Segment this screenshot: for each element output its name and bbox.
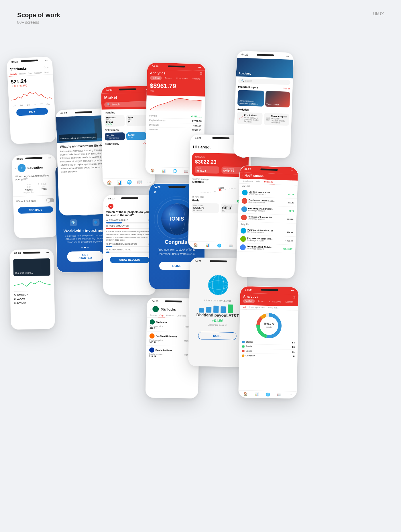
svg-point-13 <box>219 189 221 191</box>
phone-academy: 04:20▪▪▪ Academy 🔍 Search Important topi… <box>233 51 294 159</box>
education-screen: 04:20▪▪▪ ‹ E Education When do you want … <box>12 154 58 238</box>
svg-text:$8961.79: $8961.79 <box>264 322 274 325</box>
svg-rect-22 <box>213 306 219 313</box>
stock-chart <box>8 87 54 103</box>
analytics2-screen: 04:20▪▪▪ Analytics ⊞ Portfolio Assets Co… <box>239 286 299 398</box>
starbucks-screen: 04:20 ▪▪▪ Starbucks ☆ ⋯ Details Review C… <box>7 56 56 144</box>
notifications-screen: 04:20▪▪▪ ‹ Notifications purchases sells… <box>236 166 298 279</box>
phones-area: 04:20 ▪▪▪ Starbucks ☆ ⋯ Details Review C… <box>0 34 401 532</box>
continue-button[interactable]: CONTINUE <box>18 206 53 214</box>
svg-rect-24 <box>228 305 233 313</box>
page-header: Scope of work 80+ screens UI/UX <box>0 11 401 25</box>
svg-rect-21 <box>206 307 211 313</box>
get-started-button[interactable]: GET STARTED <box>67 251 103 262</box>
academy-screen: 04:20▪▪▪ Academy 🔍 Search Important topi… <box>233 51 294 158</box>
phone-education: 04:20▪▪▪ ‹ E Education When do you want … <box>11 154 59 238</box>
phone-notifications: 04:20▪▪▪ ‹ Notifications purchases sells… <box>236 165 298 279</box>
buy-button[interactable]: BUY <box>16 108 48 116</box>
svg-rect-23 <box>221 306 226 313</box>
done-congrats-button[interactable]: DONE <box>159 262 194 270</box>
att-logo <box>207 273 230 297</box>
phone-analytics2: 04:20▪▪▪ Analytics ⊞ Portfolio Assets Co… <box>238 286 299 399</box>
show-results-button[interactable]: SHOW RESULTS <box>110 257 149 263</box>
header-right: UI/UX <box>373 11 384 16</box>
poll-screen: 04:03▪▪▪ ‹ P Which of these projects do … <box>103 195 156 295</box>
svg-rect-20 <box>199 308 204 313</box>
page-title: Scope of work <box>17 11 60 19</box>
donut-chart: $8961.79 assets <box>256 313 282 339</box>
phone-poll: 04:03▪▪▪ ‹ P Which of these projects do … <box>103 195 156 295</box>
page-subtitle: 80+ screens <box>17 20 60 25</box>
svg-text:$3022: $3022 <box>219 187 224 189</box>
done-att-button[interactable]: DONE <box>198 332 237 340</box>
header-left: Scope of work 80+ screens <box>17 11 60 25</box>
phone-starbucks: 04:20 ▪▪▪ Starbucks ☆ ⋯ Details Review C… <box>6 56 56 144</box>
phone-article: 04:20▪▪▪ Our article here... A. AMAZON B… <box>9 249 55 330</box>
article-screen: 04:20▪▪▪ Our article here... A. AMAZON B… <box>10 249 55 330</box>
svg-text:assets: assets <box>266 326 272 328</box>
